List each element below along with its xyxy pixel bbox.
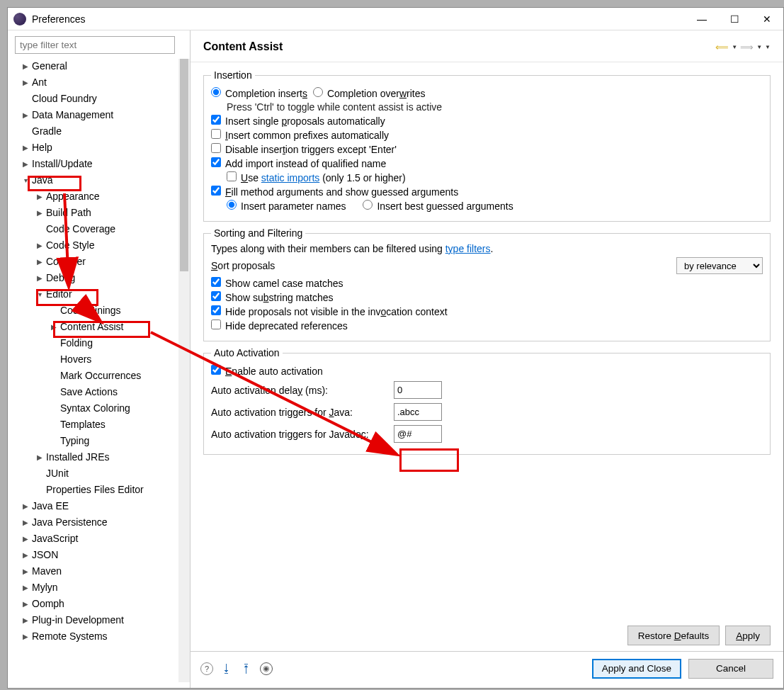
tree-item-installed-jres[interactable]: ▶Installed JREs	[15, 449, 188, 465]
preferences-window: Preferences — ☐ ✕ ▶General ▶Ant Cloud Fo…	[7, 7, 784, 689]
java-triggers-label: Auto activation triggers for Java:	[211, 407, 394, 418]
forward-icon[interactable]: ⟹	[740, 42, 754, 52]
insert-parameter-names-radio[interactable]: Insert parameter names	[227, 200, 346, 212]
sort-proposals-label: Sort proposals	[211, 260, 275, 271]
close-button[interactable]: ✕	[751, 8, 783, 30]
dialog-body: ▶General ▶Ant Cloud Foundry ▶Data Manage…	[8, 30, 783, 688]
page-header: Content Assist ⟸▼ ⟹▼ ▼	[191, 30, 783, 62]
minimize-button[interactable]: —	[686, 8, 718, 30]
import-icon[interactable]: ⭳	[220, 662, 233, 675]
tree-item-oomph[interactable]: ▶Oomph	[15, 596, 188, 612]
filter-input[interactable]	[15, 36, 175, 54]
tree-item-ant[interactable]: ▶Ant	[15, 74, 188, 91]
tree-scrollbar[interactable]	[178, 59, 190, 682]
tree-item-plugin-development[interactable]: ▶Plug-in Development	[15, 612, 188, 628]
tree-item-cloud-foundry[interactable]: Cloud Foundry	[15, 91, 188, 107]
preferences-tree[interactable]: ▶General ▶Ant Cloud Foundry ▶Data Manage…	[15, 58, 188, 645]
tree-item-data-management[interactable]: ▶Data Management	[15, 107, 188, 123]
maximize-button[interactable]: ☐	[718, 8, 751, 30]
completion-overwrites-radio[interactable]: Completion overwrites	[313, 87, 426, 99]
javadoc-triggers-label: Auto activation triggers for Javadoc:	[211, 429, 394, 440]
back-dropdown-icon[interactable]: ▼	[732, 44, 737, 50]
tree-item-debug[interactable]: ▶Debug	[15, 270, 188, 286]
tree-item-code-minings[interactable]: Code Minings	[15, 302, 188, 319]
insert-common-checkbox[interactable]: Insert common prefixes automatically	[211, 129, 389, 141]
apply-and-close-button[interactable]: Apply and Close	[592, 659, 681, 679]
disable-triggers-checkbox[interactable]: Disable insertion triggers except 'Enter…	[211, 143, 397, 155]
tree-item-remote-systems[interactable]: ▶Remote Systems	[15, 628, 188, 645]
help-icon[interactable]: ?	[200, 662, 213, 675]
tree-item-json[interactable]: ▶JSON	[15, 547, 188, 563]
tree-item-javascript[interactable]: ▶JavaScript	[15, 531, 188, 547]
tree-item-gradle[interactable]: Gradle	[15, 123, 188, 140]
tree-item-compiler[interactable]: ▶Compiler	[15, 254, 188, 270]
sorting-legend: Sorting and Filtering	[211, 227, 305, 239]
delay-label: Auto activation delay (ms):	[211, 385, 394, 396]
restore-defaults-button[interactable]: Restore Defaults	[627, 626, 720, 645]
camel-case-checkbox[interactable]: Show camel case matches	[211, 277, 343, 289]
menu-dropdown-icon[interactable]: ▼	[765, 44, 771, 50]
auto-activation-group: Auto Activation Enable auto activation A…	[203, 347, 771, 455]
tree-item-code-style[interactable]: ▶Code Style	[15, 237, 188, 254]
tree-item-help[interactable]: ▶Help	[15, 140, 188, 156]
use-static-imports-checkbox[interactable]: Use static imports (only 1.5 or higher)	[227, 171, 406, 183]
export-icon[interactable]: ⭱	[240, 662, 253, 675]
titlebar: Preferences — ☐ ✕	[8, 8, 783, 30]
auto-activation-legend: Auto Activation	[211, 347, 283, 358]
delay-input[interactable]	[394, 381, 442, 399]
tree-item-folding[interactable]: Folding	[15, 335, 188, 351]
completion-inserts-radio[interactable]: Completion inserts	[211, 87, 307, 99]
tree-item-appearance[interactable]: ▶Appearance	[15, 188, 188, 205]
type-filters-link[interactable]: type filters	[445, 243, 491, 254]
insert-best-guessed-radio[interactable]: Insert best guessed arguments	[363, 200, 513, 212]
tree-item-junit[interactable]: JUnit	[15, 465, 188, 482]
insertion-group: Insertion Completion inserts Completion …	[203, 69, 771, 222]
apply-button[interactable]: Apply	[725, 626, 771, 645]
typefilters-text: Types along with their members can be fi…	[211, 243, 763, 254]
insertion-legend: Insertion	[211, 69, 255, 81]
tree-item-templates[interactable]: Templates	[15, 417, 188, 433]
page-buttons: Restore Defaults Apply	[191, 620, 783, 651]
sorting-group: Sorting and Filtering Types along with t…	[203, 227, 771, 341]
tree-item-mark-occurrences[interactable]: Mark Occurrences	[15, 368, 188, 384]
hide-not-visible-checkbox[interactable]: Hide proposals not visible in the invoca…	[211, 305, 448, 317]
tree-item-hovers[interactable]: Hovers	[15, 351, 188, 368]
tree-item-general[interactable]: ▶General	[15, 58, 188, 74]
tree-item-build-path[interactable]: ▶Build Path	[15, 205, 188, 221]
javadoc-triggers-input[interactable]	[394, 425, 442, 443]
tree-item-save-actions[interactable]: Save Actions	[15, 384, 188, 400]
tree-item-java-persistence[interactable]: ▶Java Persistence	[15, 514, 188, 531]
tree-item-java[interactable]: ▾Java	[15, 172, 188, 188]
eclipse-icon	[13, 13, 26, 26]
cancel-button[interactable]: Cancel	[688, 659, 773, 679]
tree-item-maven[interactable]: ▶Maven	[15, 563, 188, 579]
sidebar: ▶General ▶Ant Cloud Foundry ▶Data Manage…	[8, 30, 191, 688]
tree-item-editor[interactable]: ▾Editor	[15, 286, 188, 302]
tree-item-code-coverage[interactable]: Code Coverage	[15, 221, 188, 237]
hide-deprecated-checkbox[interactable]: Hide deprecated references	[211, 319, 348, 332]
back-icon[interactable]: ⟸	[715, 42, 729, 52]
tree-item-install-update[interactable]: ▶Install/Update	[15, 156, 188, 172]
tree-item-content-assist[interactable]: ▶Content Assist	[15, 319, 188, 335]
insert-single-checkbox[interactable]: Insert single proposals automatically	[211, 115, 385, 127]
sort-proposals-select[interactable]: by relevance	[676, 257, 763, 274]
tree-item-mylyn[interactable]: ▶Mylyn	[15, 579, 188, 596]
toggle-hint: Press 'Ctrl' to toggle while content ass…	[227, 101, 763, 113]
main-panel: Content Assist ⟸▼ ⟹▼ ▼ Insertion Complet…	[191, 30, 783, 688]
tree-item-syntax-coloring[interactable]: Syntax Coloring	[15, 400, 188, 417]
add-import-checkbox[interactable]: Add import instead of qualified name	[211, 157, 386, 169]
record-icon[interactable]: ◉	[260, 662, 273, 675]
forward-dropdown-icon[interactable]: ▼	[756, 44, 762, 50]
fill-method-checkbox[interactable]: Fill method arguments and show guessed a…	[211, 186, 458, 198]
tree-item-typing[interactable]: Typing	[15, 433, 188, 449]
substring-checkbox[interactable]: Show substring matches	[211, 291, 334, 303]
tree-item-properties-files-editor[interactable]: Properties Files Editor	[15, 482, 188, 498]
window-title: Preferences	[32, 13, 686, 25]
tree-item-java-ee[interactable]: ▶Java EE	[15, 498, 188, 514]
scroll-thumb[interactable]	[180, 59, 188, 271]
dialog-footer: ? ⭳ ⭱ ◉ Apply and Close Cancel	[191, 651, 783, 688]
java-triggers-input[interactable]	[394, 403, 442, 421]
enable-auto-activation-checkbox[interactable]: Enable auto activation	[211, 365, 323, 377]
content-area: Insertion Completion inserts Completion …	[191, 62, 783, 620]
static-imports-link[interactable]: static imports	[261, 172, 319, 183]
